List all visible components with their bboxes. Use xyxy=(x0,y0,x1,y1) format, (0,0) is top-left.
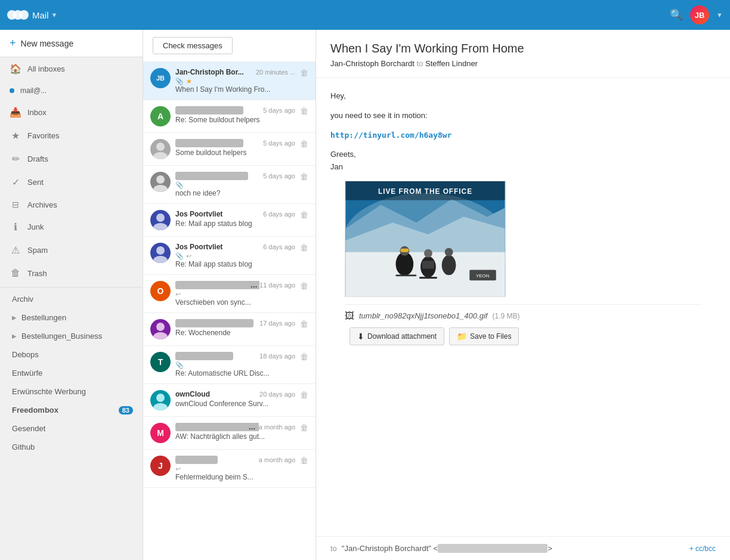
avatar: O xyxy=(150,281,171,301)
svg-point-6 xyxy=(153,185,168,192)
list-item[interactable]: J ███ █████ a month ago ↩ Fehlermeldung … xyxy=(143,450,315,488)
message-time: 6 days ago xyxy=(263,243,295,250)
delete-message-icon[interactable]: 🗑 xyxy=(300,319,308,329)
erwunschte-folder-label: Erwünschte Werbung xyxy=(12,387,86,396)
search-icon[interactable]: 🔍 xyxy=(670,8,683,21)
sidebar-item-archives[interactable]: ⊟ Archives xyxy=(0,194,143,215)
message-sender: ██████████ █████ xyxy=(175,319,253,327)
list-item[interactable]: Jos Poortvliet 6 days ago Re: Mail app s… xyxy=(143,204,315,237)
sidebar-folder-erwunschte[interactable]: Erwünschte Werbung xyxy=(0,382,143,401)
message-header: ███ █████ a month ago xyxy=(175,456,295,464)
sidebar-folder-freedombox[interactable]: Freedombox 83 xyxy=(0,401,143,419)
reply-icon: ↩ xyxy=(175,465,181,473)
list-item[interactable]: ██████████ █████ 17 days ago Re: Wochene… xyxy=(143,313,315,346)
download-attachment-button[interactable]: ⬇ Download attachment xyxy=(349,327,444,345)
sidebar-folder-bestellungen[interactable]: ▶ Bestellungen xyxy=(0,308,143,327)
delete-message-icon[interactable]: 🗑 xyxy=(300,281,308,290)
delete-message-icon[interactable]: 🗑 xyxy=(300,352,308,361)
svg-rect-27 xyxy=(396,274,417,276)
list-item[interactable]: M █████████████ ████ a month ago AW: Nac… xyxy=(143,417,315,450)
delete-message-icon[interactable]: 🗑 xyxy=(300,172,308,181)
drafts-icon: ✏ xyxy=(10,153,21,165)
check-messages-button[interactable]: Check messages xyxy=(153,37,233,54)
message-subject: Re: Mail app status blog xyxy=(175,219,295,228)
svg-rect-26 xyxy=(400,249,409,252)
avatar-dropdown-icon[interactable]: ▼ xyxy=(716,11,723,18)
message-content: █████████████ ████ a month ago AW: Nacht… xyxy=(175,423,295,441)
message-sender: Jos Poortvliet xyxy=(175,243,222,251)
message-sender: ███ █████ xyxy=(175,456,218,464)
delete-message-icon[interactable]: 🗑 xyxy=(300,390,308,400)
cc-bcc-toggle[interactable]: + cc/bcc xyxy=(689,544,716,553)
sidebar-item-trash[interactable]: 🗑 Trash xyxy=(0,262,143,284)
delete-message-icon[interactable]: 🗑 xyxy=(300,243,308,252)
sidebar-item-drafts[interactable]: ✏ Drafts xyxy=(0,147,143,171)
sidebar-item-mail-account[interactable]: mail@... xyxy=(0,81,143,101)
svg-text:YEON: YEON xyxy=(476,273,490,279)
sidebar-spam-label: Spam xyxy=(27,246,48,255)
list-item[interactable]: Jos Poortvliet 6 days ago 📎 ↩ Re: Mail a… xyxy=(143,237,315,275)
sidebar-all-inboxes-label: All inboxes xyxy=(27,64,65,73)
delete-message-icon[interactable]: 🗑 xyxy=(300,68,308,78)
list-item[interactable]: ████████ ██████ 5 days ago 📎 noch ne ide… xyxy=(143,166,315,204)
sidebar-item-favorites[interactable]: ★ Favorites xyxy=(0,124,143,147)
message-sender: ██████████ ███ xyxy=(175,106,243,115)
star-icon: ★ xyxy=(186,78,192,85)
list-item[interactable]: ████████ █████ 5 days ago Some buildout … xyxy=(143,133,315,166)
sidebar-sent-label: Sent xyxy=(27,178,44,187)
message-header: ██████████ █████ 17 days ago xyxy=(175,319,295,327)
sidebar-inbox-label: Inbox xyxy=(27,108,47,117)
message-subject: Some buildout helpers xyxy=(175,148,295,157)
reply-icon: ↩ xyxy=(186,252,191,260)
delete-message-icon[interactable]: 🗑 xyxy=(300,210,308,219)
sidebar-drafts-label: Drafts xyxy=(27,154,48,163)
message-sender: ████████ █████ xyxy=(175,139,243,147)
delete-message-icon[interactable]: 🗑 xyxy=(300,139,308,148)
archiv-folder-label: Archiv xyxy=(12,295,33,304)
junk-icon: ℹ xyxy=(10,221,21,233)
app-logo[interactable]: Mail ▼ xyxy=(7,8,57,21)
list-item[interactable]: JB Jan-Christoph Bor... 20 minutes ... 📎… xyxy=(143,62,315,100)
message-time: 20 minutes ... xyxy=(256,69,295,76)
message-content: ██████████ ███ 5 days ago Re: Some build… xyxy=(175,106,295,124)
svg-point-9 xyxy=(156,246,165,255)
new-message-button[interactable]: + New message xyxy=(0,30,143,57)
message-sender: Jos Poortvliet xyxy=(175,210,222,218)
avatar: T xyxy=(150,352,171,372)
sidebar-item-inbox[interactable]: 📥 Inbox xyxy=(0,101,143,124)
attachment-icon: 📎 xyxy=(175,78,184,85)
email-link[interactable]: http://tinyurl.com/h6ay8wr xyxy=(330,131,452,140)
delete-message-icon[interactable]: 🗑 xyxy=(300,106,308,116)
save-label: Save to Files xyxy=(470,332,511,341)
message-header: ownCloud 20 days ago xyxy=(175,390,295,398)
sidebar-folder-gesendet[interactable]: Gesendet xyxy=(0,419,143,438)
save-to-files-button[interactable]: 📁 Save to Files xyxy=(449,327,519,345)
delete-message-icon[interactable]: 🗑 xyxy=(300,423,308,432)
message-icons: 📎 ↩ xyxy=(175,252,295,260)
message-sender: Jan-Christoph Bor... xyxy=(175,68,244,76)
sidebar-folder-bestellungen-business[interactable]: ▶ Bestellungen_Business xyxy=(0,327,143,345)
sidebar-folder-archiv[interactable]: Archiv xyxy=(0,290,143,308)
avatar xyxy=(150,139,171,159)
sidebar-folder-entwurfe[interactable]: Entwürfe xyxy=(0,364,143,382)
avatar: A xyxy=(150,106,171,126)
sidebar-item-junk[interactable]: ℹ Junk xyxy=(0,215,143,239)
list-item[interactable]: A ██████████ ███ 5 days ago Re: Some bui… xyxy=(143,100,315,133)
sidebar-item-all-inboxes[interactable]: 🏠 All inboxes xyxy=(0,57,143,81)
reply-to-value: "Jan-Christoph Borchardt" <█████████████… xyxy=(342,544,685,553)
attachment-file-icon: 🖼 xyxy=(345,311,354,321)
attachment-icon: 📎 xyxy=(175,181,184,189)
sidebar-item-spam[interactable]: ⚠ Spam xyxy=(0,239,143,262)
delete-message-icon[interactable]: 🗑 xyxy=(300,456,308,465)
list-item[interactable]: ownCloud 20 days ago ownCloud Conference… xyxy=(143,384,315,417)
message-time: 18 days ago xyxy=(259,352,295,360)
sidebar-item-sent[interactable]: ✓ Sent xyxy=(0,171,143,194)
message-header: ██████████ ███ 5 days ago xyxy=(175,106,295,115)
message-content: ownCloud 20 days ago ownCloud Conference… xyxy=(175,390,295,408)
list-item[interactable]: T ██████ █████ 18 days ago 📎 Re: Automat… xyxy=(143,346,315,384)
sidebar-folder-github[interactable]: Github xyxy=(0,438,143,456)
sidebar-folder-debops[interactable]: Debops xyxy=(0,345,143,364)
list-item[interactable]: O █ █████████████ ████ 11 days ago ↩ Ver… xyxy=(143,275,315,313)
avatar[interactable]: JB xyxy=(690,5,709,24)
message-time: 17 days ago xyxy=(259,320,295,327)
